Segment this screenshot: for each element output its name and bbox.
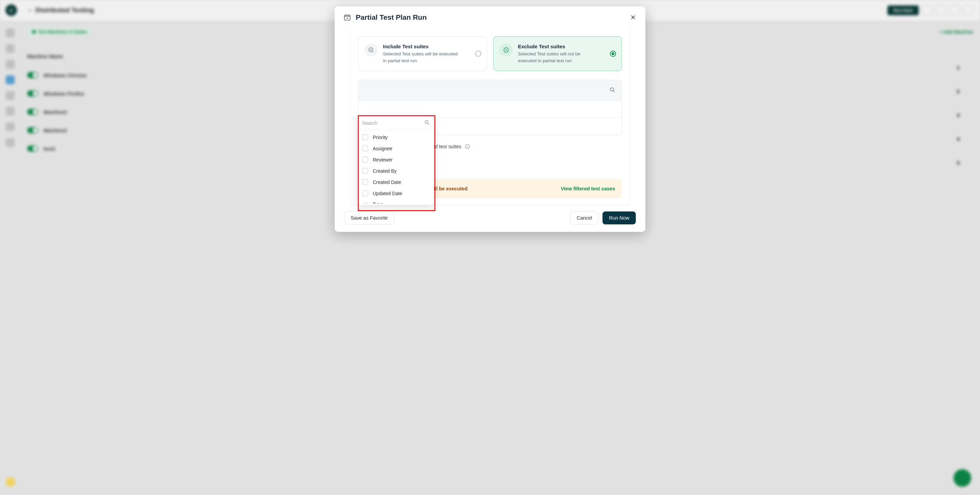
modal-title: Partial Test Plan Run [356,13,625,21]
filter-item-label: Reviewer [373,157,393,162]
suite-list-search-bar[interactable] [359,80,622,101]
filter-item-created-date[interactable]: Created Date [358,176,434,188]
search-icon [609,87,616,94]
test-suite-mode-options: Include Test suites Selected Test suites… [351,27,630,71]
checkbox[interactable] [363,179,368,185]
include-subtext: Selected Test suites will be executed in… [383,51,461,64]
filter-item-assignee[interactable]: Assignee [358,143,434,154]
filter-item-type[interactable]: Type [358,199,434,204]
view-filtered-link[interactable]: View filtered test cases [561,186,615,191]
exclude-heading: Exclude Test suites [518,43,596,49]
checkbox[interactable] [363,134,368,140]
modal-footer: Save as Favorite Cancel Run Now [335,205,646,232]
filter-item-updated-date[interactable]: Updated Date [358,188,434,199]
include-radio[interactable] [475,51,481,57]
include-option[interactable]: Include Test suites Selected Test suites… [358,36,487,71]
filter-item-priority[interactable]: Priority [358,132,434,143]
filter-item-label: Priority [373,135,388,140]
filter-item-label: Type [373,201,383,204]
exclude-option[interactable]: Exclude Test suites Selected Test suites… [493,36,622,71]
modal-body: Include Test suites Selected Test suites… [335,27,646,205]
filter-item-created-by[interactable]: Created By [358,165,434,176]
modal-header: Partial Test Plan Run [335,6,646,27]
include-icon [365,43,378,56]
filter-popup: Priority Assignee Reviewer Created By Cr… [358,116,434,205]
exclude-radio[interactable] [610,51,616,57]
calendar-icon [344,14,351,21]
run-now-button[interactable]: Run Now [603,211,636,224]
svg-point-3 [611,88,614,91]
checkbox[interactable] [363,203,368,204]
filter-item-label: Updated Date [373,191,402,196]
checkbox[interactable] [363,146,368,151]
save-favorite-button[interactable]: Save as Favorite [344,211,395,224]
partial-test-plan-modal: Partial Test Plan Run Include Test suite… [335,6,646,232]
filter-item-label: Created By [373,168,397,174]
checkbox[interactable] [363,157,368,162]
filter-search-input[interactable] [363,121,424,126]
search-icon [424,120,430,127]
close-button[interactable] [630,14,637,21]
filter-item-label: Assignee [373,146,393,151]
svg-rect-0 [344,15,350,21]
include-text: Include Test suites Selected Test suites… [383,43,461,64]
suite-list-row[interactable] [359,101,622,117]
filter-item-label: Created Date [373,179,401,185]
info-icon[interactable] [465,144,470,149]
include-heading: Include Test suites [383,43,461,49]
cancel-button[interactable]: Cancel [570,211,598,224]
svg-point-6 [425,121,428,124]
filter-popup-list: Priority Assignee Reviewer Created By Cr… [358,130,434,205]
modal-body-inner: Include Test suites Selected Test suites… [350,27,630,205]
exclude-subtext: Selected Test suites will not be execute… [518,51,596,64]
exclude-text: Exclude Test suites Selected Test suites… [518,43,596,64]
exclude-icon [500,43,512,56]
checkbox[interactable] [363,168,368,174]
checkbox[interactable] [363,190,368,196]
filter-item-reviewer[interactable]: Reviewer [358,154,434,165]
filter-popup-search[interactable] [358,116,434,130]
